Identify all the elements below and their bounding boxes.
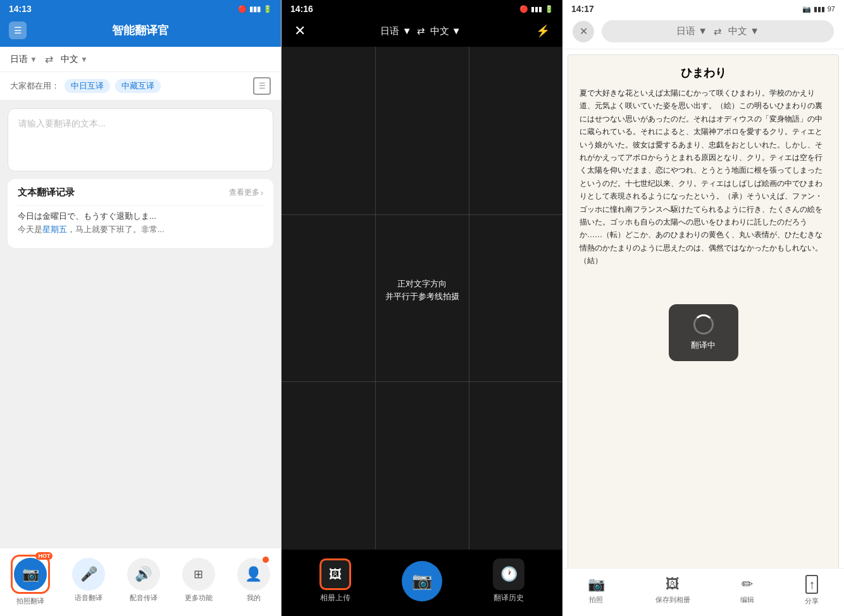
history-icon-box: 🕐 xyxy=(493,558,524,590)
p3-lang-to[interactable]: 中文 ▼ xyxy=(728,25,759,37)
grid-line-h1 xyxy=(282,214,562,215)
nav-more[interactable]: ⊞ 更多功能 xyxy=(182,558,215,603)
loading-overlay: 翻译中 xyxy=(669,304,738,361)
cam-swap-icon[interactable]: ⇄ xyxy=(417,25,425,37)
nav-label-camera: 拍照翻译 xyxy=(16,596,44,606)
top-bar-1: ☰ 智能翻译官 xyxy=(0,16,281,47)
user-icon-circle: 👤 xyxy=(237,558,270,591)
shoot-label: 拍照 xyxy=(589,595,603,605)
p3-nav-share[interactable]: ↑ 分享 xyxy=(805,575,819,606)
input-placeholder: 请输入要翻译的文本... xyxy=(18,118,106,128)
history-header: 文本翻译记录 查看更多 › xyxy=(18,187,263,199)
menu-icon[interactable]: ☰ xyxy=(9,22,27,39)
popular-label: 大家都在用： xyxy=(10,80,59,92)
time-3: 14:17 xyxy=(571,4,594,14)
status-bar-2: 14:16 🔴 ▮▮▮ 🔋 xyxy=(282,0,562,16)
share-label: 分享 xyxy=(805,596,819,606)
nav-label-dub: 配音传译 xyxy=(130,593,158,603)
more-icon-circle: ⊞ xyxy=(182,558,215,591)
doc-content: ひまわり 夏で大好きな花といえば太陽にむかって咲くひまわり。学校のかえり道、元気… xyxy=(568,54,839,611)
nav-label-voice: 语音翻译 xyxy=(75,593,102,603)
p3-lang-pill: 日语 ▼ ⇄ 中文 ▼ xyxy=(602,20,834,42)
phone-3: 14:17 📷 ▮▮▮ 97 ✕ 日语 ▼ ⇄ 中文 ▼ ひまわり 夏で大好きな… xyxy=(562,0,844,616)
nav-voice[interactable]: 🎤 语音翻译 xyxy=(72,558,105,603)
flash-icon[interactable]: ⚡ xyxy=(536,24,550,38)
p3-bottom-nav: 📷 拍照 🖼 保存到相册 ✏ 编辑 ↑ 分享 xyxy=(562,568,844,616)
status-bar-1: 14:13 🔴 ▮▮▮ 🔋 xyxy=(0,0,281,16)
hot-badge: HOT xyxy=(35,552,53,560)
close-p3-button[interactable]: ✕ xyxy=(573,21,594,42)
nav-label-more: 更多功能 xyxy=(185,593,213,603)
lang-from-btn[interactable]: 日语 ▼ xyxy=(10,54,37,65)
phone-1: 14:13 🔴 ▮▮▮ 🔋 ☰ 智能翻译官 日语 ▼ ⇄ 中文 ▼ 大家都在用：… xyxy=(0,0,282,616)
shutter-button[interactable]: 📷 xyxy=(402,561,442,601)
app-title: 智能翻译官 xyxy=(112,23,169,38)
p3-nav-edit[interactable]: ✏ 编辑 xyxy=(740,576,754,605)
close-cam-button[interactable]: ✕ xyxy=(294,23,306,39)
save-icon: 🖼 xyxy=(666,576,680,593)
cam-lang-from[interactable]: 日语 ▼ xyxy=(380,25,411,37)
popular-bar: 大家都在用： 中日互译 中藏互译 ☰ xyxy=(0,72,281,101)
p3-nav-save[interactable]: 🖼 保存到相册 xyxy=(655,576,690,605)
history-more[interactable]: 查看更多 › xyxy=(229,187,263,198)
p3-lang-from[interactable]: 日语 ▼ xyxy=(676,25,707,37)
upload-btn[interactable]: 🖼 相册上传 xyxy=(320,558,351,603)
lang-bar-1: 日语 ▼ ⇄ 中文 ▼ xyxy=(0,47,281,72)
shoot-icon: 📷 xyxy=(588,576,605,593)
p3-swap-icon[interactable]: ⇄ xyxy=(714,26,722,37)
time-2: 14:16 xyxy=(290,4,313,14)
history-section: 文本翻译记录 查看更多 › 今日は金曜日で、もうすぐ退勤しま... 今天是星期五… xyxy=(8,179,273,248)
history-zh: 今天是星期五，马上就要下班了。非常... xyxy=(18,224,263,235)
text-input-area[interactable]: 请输入要翻译的文本... xyxy=(8,108,273,171)
edit-icon: ✏ xyxy=(742,576,753,593)
camera-icon-circle: 📷 xyxy=(14,558,47,591)
edit-label: 编辑 xyxy=(740,595,754,605)
nav-camera[interactable]: 📷 HOT 拍照翻译 xyxy=(11,555,50,606)
tag-zang[interactable]: 中藏互译 xyxy=(115,79,161,93)
loading-text: 翻译中 xyxy=(691,340,716,351)
phone-2: 14:16 🔴 ▮▮▮ 🔋 ✕ 日语 ▼ ⇄ 中文 ▼ ⚡ 正对文字方向 并平行… xyxy=(282,0,562,616)
save-label: 保存到相册 xyxy=(655,595,690,605)
nav-label-mine: 我的 xyxy=(247,593,261,603)
spinner xyxy=(693,314,714,335)
dub-icon-circle: 🔊 xyxy=(127,558,160,591)
time-1: 14:13 xyxy=(9,4,32,14)
status-bar-3: 14:17 📷 ▮▮▮ 97 xyxy=(562,0,844,16)
status-icons-2: 🔴 ▮▮▮ 🔋 xyxy=(519,5,554,13)
p3-top-bar: ✕ 日语 ▼ ⇄ 中文 ▼ xyxy=(562,16,844,49)
viewfinder: 正对文字方向 并平行于参考线拍摄 xyxy=(282,47,562,550)
more-menu-icon[interactable]: ☰ xyxy=(253,77,271,95)
cam-bar: ✕ 日语 ▼ ⇄ 中文 ▼ ⚡ xyxy=(282,16,562,47)
viewfinder-hint: 正对文字方向 并平行于参考线拍摄 xyxy=(385,277,459,304)
grid-line-h2 xyxy=(282,381,562,382)
lang-to-btn[interactable]: 中文 ▼ xyxy=(61,54,88,65)
history-item[interactable]: 今日は金曜日で、もうすぐ退勤しま... 今天是星期五，马上就要下班了。非常... xyxy=(18,205,263,240)
swap-icon[interactable]: ⇄ xyxy=(45,53,53,65)
upload-icon-box: 🖼 xyxy=(320,558,351,590)
status-icons-3: 📷 ▮▮▮ 97 xyxy=(802,5,835,13)
history-btn[interactable]: 🕐 翻译历史 xyxy=(493,558,524,603)
grid-line-v1 xyxy=(375,47,376,550)
grid-line-v2 xyxy=(469,47,469,550)
doc-title: ひまわり xyxy=(580,65,827,80)
p3-nav-shoot[interactable]: 📷 拍照 xyxy=(588,576,605,605)
tag-zhri[interactable]: 中日互译 xyxy=(65,79,110,93)
user-badge xyxy=(263,557,269,563)
nav-mine[interactable]: 👤 我的 xyxy=(237,558,270,603)
cam-bottom-bar: 🖼 相册上传 📷 🕐 翻译历史 xyxy=(282,550,562,616)
upload-label: 相册上传 xyxy=(320,593,351,603)
bottom-nav-1: 📷 HOT 拍照翻译 🎤 语音翻译 🔊 配音传译 ⊞ 更多功能 👤 我的 xyxy=(0,548,281,616)
nav-dub[interactable]: 🔊 配音传译 xyxy=(127,558,160,603)
cam-lang-to[interactable]: 中文 ▼ xyxy=(430,25,461,37)
share-icon: ↑ xyxy=(805,575,818,594)
history-ja: 今日は金曜日で、もうすぐ退勤しま... xyxy=(18,211,263,222)
mic-icon-circle: 🎤 xyxy=(72,558,105,591)
history-title: 文本翻译记录 xyxy=(18,187,75,199)
status-icons-1: 🔴 ▮▮▮ 🔋 xyxy=(238,5,272,13)
cam-lang-switch: 日语 ▼ ⇄ 中文 ▼ xyxy=(380,25,461,37)
history-label: 翻译历史 xyxy=(493,593,524,603)
doc-text: 夏で大好きな花といえば太陽にむかって咲くひまわり。学校のかえり道、元気よく咲いて… xyxy=(580,87,827,267)
